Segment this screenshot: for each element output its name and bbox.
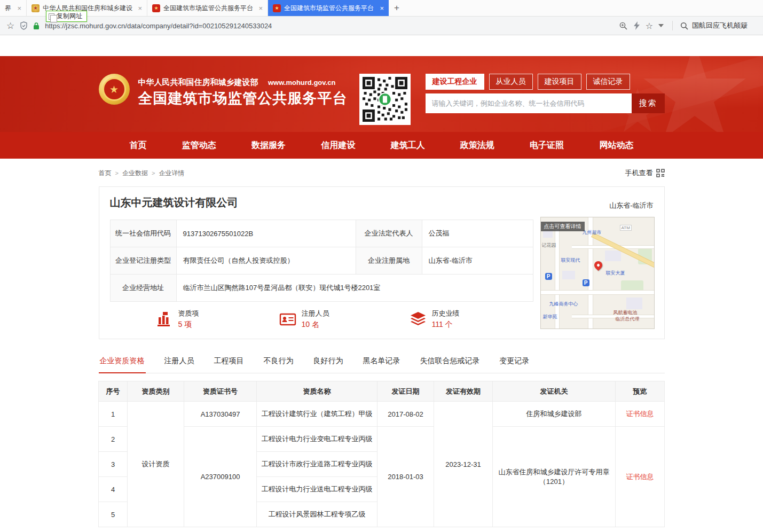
reg-type-value: 有限责任公司（自然人投资或控股） [176,247,356,275]
hot-search-box[interactable]: 国航回应飞机颠簸 [672,21,757,30]
close-icon[interactable]: × [380,4,384,12]
qual-name-cell: 工程设计市政行业道路工程专业丙级 [257,452,377,477]
map-building [562,271,575,279]
copy-url-tooltip: 复制网址 [46,11,87,22]
nav-item-supervision-news[interactable]: 监管动态 [182,132,216,159]
search-tab-project[interactable]: 建设项目 [538,74,581,90]
nav-item-e-license[interactable]: 电子证照 [530,132,564,159]
address-bar: ☆ https://jzsc.mohurd.gov.cn/data/compan… [0,17,763,35]
search-tab-enterprise[interactable]: 建设工程企业 [426,74,484,90]
parking-icon: P [583,279,589,286]
seq-cell: 1 [99,402,128,427]
qualification-table: 序号 资质类别 资质证书号 资质名称 发证日期 发证有效期 发证机关 预览 1 … [98,381,665,527]
company-stats: 资质项 5 项 注册人员 10 名 历史业绩 111 个 [110,309,533,330]
https-lock-icon[interactable] [33,22,40,30]
mobile-view-label: 手机查看 [625,168,653,178]
preview-cell: 证书信息 [616,427,665,527]
address-label: 企业经营地址 [110,275,176,302]
zoom-icon[interactable] [619,21,628,30]
stat-label: 资质项 [178,309,199,318]
map-building [605,251,621,261]
stat-label: 历史业绩 [432,309,460,318]
legal-rep-value: 公茂福 [422,220,533,247]
tab-dishonesty-record[interactable]: 失信联合惩戒记录 [419,352,481,373]
nav-item-data-service[interactable]: 数据服务 [251,132,286,159]
copy-icon [49,13,54,20]
col-authority: 发证机关 [493,381,616,402]
tab-registered-staff[interactable]: 注册人员 [163,352,195,373]
search-tab-practitioner[interactable]: 从业人员 [489,74,533,90]
nav-item-policy[interactable]: 政策法规 [460,132,494,159]
qual-name-cell: 工程设计风景园林工程专项乙级 [257,502,377,527]
cert-info-link[interactable]: 证书信息 [626,473,654,481]
new-tab-button[interactable]: + [389,0,405,16]
breadcrumb-sep-icon: > [152,170,155,176]
layers-icon [410,311,427,328]
search-tab-credit[interactable]: 诚信记录 [586,74,630,90]
tab-qualifications[interactable]: 企业资质资格 [99,352,146,373]
cert-info-link[interactable]: 证书信息 [626,410,654,418]
search-tabs: 建设工程企业 从业人员 建设项目 诚信记录 [426,74,665,90]
map-hint: 点击可查看详情 [541,222,585,231]
stat-history-performance[interactable]: 历史业绩 111 个 [410,309,460,330]
tab-blacklist[interactable]: 黑名单记录 [362,352,402,373]
site-safety-icon[interactable] [20,21,28,30]
site-header: ★ 中华人民共和国住房和城乡建设部 www.mohurd.gov.cn 全国建筑… [0,56,763,132]
ministry-name: 中华人民共和国住房和城乡建设部 [138,77,258,87]
stat-value: 10 名 [302,320,329,330]
close-icon[interactable]: × [138,4,142,12]
nav-item-workers[interactable]: 建筑工人 [391,132,425,159]
jzsc-favicon-icon: ★ [152,4,160,12]
map-poi: 九峰商务中心 [549,301,578,308]
close-icon[interactable]: × [258,4,263,12]
seq-cell: 2 [99,427,128,452]
reg-type-label: 企业登记注册类型 [110,247,176,275]
keyword-input[interactable] [426,93,632,113]
nav-item-credit[interactable]: 信用建设 [321,132,355,159]
section-tabs: 企业资质资格 注册人员 工程项目 不良行为 良好行为 黑名单记录 失信联合惩戒记… [99,352,665,373]
map-pin-icon [592,260,603,271]
stat-qualifications[interactable]: 资质项 5 项 [156,309,199,330]
bookmark-star-icon[interactable]: ☆ [6,20,14,32]
search-button[interactable]: 搜索 [632,93,665,113]
nav-item-site-news[interactable]: 网站动态 [599,132,633,159]
breadcrumb-company-detail: 企业详情 [159,169,184,178]
url-text[interactable]: https://jzsc.mohurd.gov.cn/data/company/… [45,22,613,30]
breadcrumb: 首页 > 企业数据 > 企业详情 手机查看 [99,168,665,178]
seq-cell: 3 [99,452,128,477]
stat-label: 注册人员 [302,309,329,318]
preview-cell: 证书信息 [616,402,665,427]
browser-tab-1[interactable]: ★ 中华人民共和国住房和城乡建设 × [27,0,147,16]
tab-bad-behavior[interactable]: 不良行为 [263,352,295,373]
qr-pattern-icon [363,77,407,122]
company-name: 山东中元建筑设计有限公司 [110,195,654,210]
browser-tab-2[interactable]: ★ 全国建筑市场监管公共服务平台 × [147,0,268,16]
tab-projects[interactable]: 工程项目 [213,352,245,373]
browser-tab-0[interactable]: 界 × [0,0,27,16]
mobile-view-button[interactable]: 手机查看 [625,168,665,178]
browser-tab-3-active[interactable]: ★ 全国建筑市场监管公共服务平台 × [268,0,389,16]
map-poi: 联安现代 [561,257,580,264]
map-building [626,298,642,309]
tab-change-record[interactable]: 变更记录 [499,352,531,373]
lightning-icon[interactable] [633,21,640,30]
chevron-down-icon[interactable] [658,24,664,27]
company-location-map[interactable]: 点击可查看详情 九州超市 ATM 记花园 联安现代 联安大厦 九峰商务中心 新华… [540,217,655,329]
favorite-star-icon[interactable]: ☆ [646,21,653,31]
col-seq: 序号 [99,381,128,402]
parking-icon: P [545,273,552,280]
company-region: 山东省-临沂市 [609,201,653,210]
col-issue-date: 发证日期 [377,381,434,402]
stat-registered-staff[interactable]: 注册人员 10 名 [279,309,329,330]
hot-search-text: 国航回应飞机颠簸 [692,21,748,30]
credit-code-value: 91371302675501022B [176,220,356,247]
tab-good-behavior[interactable]: 良好行为 [312,352,344,373]
map-poi: 临沂总代理 [616,316,640,323]
breadcrumb-home[interactable]: 首页 [99,169,112,178]
qr-code [359,74,411,125]
search-icon [680,22,688,30]
close-icon[interactable]: × [17,4,21,12]
nav-item-home[interactable]: 首页 [130,132,147,159]
breadcrumb-company-data[interactable]: 企业数据 [122,169,148,178]
col-validity: 发证有效期 [434,381,493,402]
